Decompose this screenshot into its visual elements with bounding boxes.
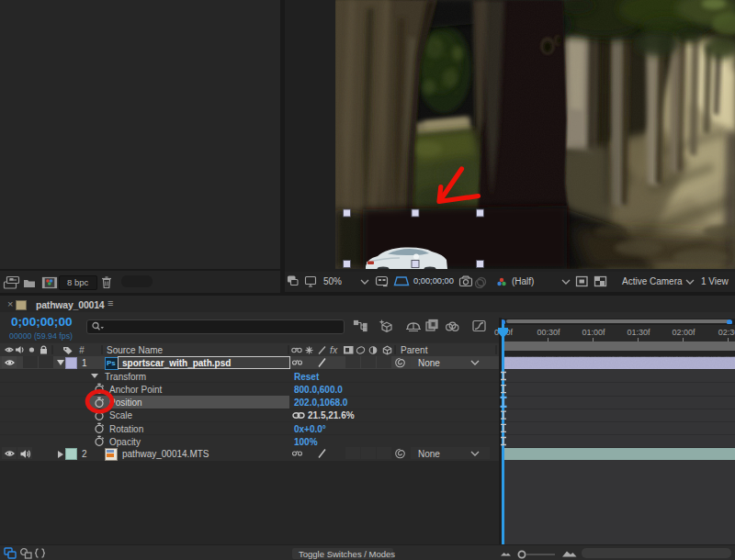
- svg-text:#: #: [79, 345, 85, 355]
- svg-text:Source Name: Source Name: [107, 345, 164, 355]
- svg-text:fx: fx: [330, 344, 338, 355]
- svg-text:Parent: Parent: [401, 345, 428, 355]
